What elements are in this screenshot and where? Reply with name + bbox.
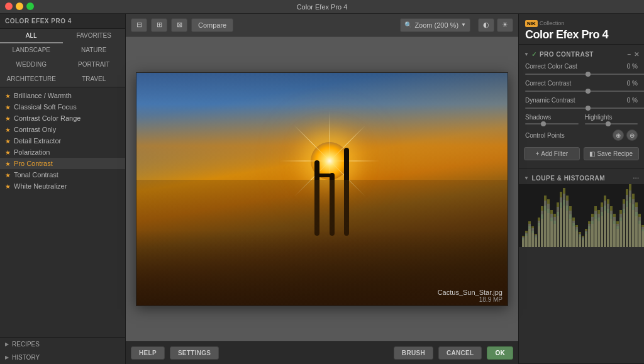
dynamic-contrast-value: 0 % bbox=[622, 97, 638, 104]
brush-button[interactable]: BRUSH bbox=[394, 346, 433, 360]
app-name: Color Efex Pro 4 bbox=[525, 28, 638, 41]
loupe-histogram-label: LOUPE & HISTOGRAM bbox=[531, 175, 605, 182]
star-icon: ★ bbox=[5, 138, 11, 145]
histogram-bar bbox=[525, 231, 528, 247]
filter-polarization[interactable]: ★ Polarization bbox=[0, 146, 125, 158]
filter-brilliance-warmth[interactable]: ★ Brilliance / Warmth bbox=[0, 90, 125, 101]
compare-button[interactable]: Compare bbox=[191, 18, 233, 32]
maximize-button[interactable] bbox=[26, 3, 34, 10]
zoom-icon: 🔍 bbox=[404, 21, 412, 28]
histogram-bar bbox=[626, 189, 628, 247]
highlights-slider[interactable] bbox=[585, 123, 638, 124]
filter-detail-extractor[interactable]: ★ Detail Extractor bbox=[0, 135, 125, 146]
filter-contrast-color-range[interactable]: ★ Contrast Color Range bbox=[0, 113, 125, 124]
histogram-bar bbox=[619, 210, 622, 247]
filter-white-neutralizer[interactable]: ★ White Neutralizer bbox=[0, 180, 125, 192]
star-icon: ★ bbox=[5, 115, 11, 122]
center-area: ⊟ ⊞ ⊠ Compare 🔍 Zoom (200 %) ▼ ◐ ☀ bbox=[126, 14, 518, 364]
cancel-button[interactable]: CANCEL bbox=[438, 346, 482, 360]
help-button[interactable]: HELP bbox=[131, 346, 165, 360]
view-toggle-button[interactable]: ◐ bbox=[478, 18, 494, 32]
correct-color-cast-value: 0 % bbox=[622, 63, 638, 70]
dynamic-contrast-slider[interactable] bbox=[525, 108, 644, 109]
histogram-bar bbox=[563, 188, 565, 247]
star-icon: ★ bbox=[5, 126, 11, 133]
tab-wedding[interactable]: WEDDING bbox=[0, 58, 63, 72]
dynamic-contrast-label: Dynamic Contrast bbox=[525, 97, 622, 104]
histogram-bar bbox=[541, 206, 543, 247]
layout-split-button[interactable]: ⊠ bbox=[171, 18, 187, 32]
left-sidebar: COLOR EFEX PRO 4 ALL FAVORITES LANDSCAPE… bbox=[0, 14, 126, 364]
preview-area: Cactus_Sun_Star.jpg 18.9 MP bbox=[126, 36, 518, 341]
photo-info: Cactus_Sun_Star.jpg 18.9 MP bbox=[438, 289, 502, 303]
close-button[interactable] bbox=[5, 3, 13, 10]
pro-contrast-header[interactable]: ▼ ✓ PRO CONTRAST – ✕ bbox=[519, 48, 644, 60]
correct-contrast-label: Correct Contrast bbox=[525, 80, 622, 87]
panel-toggle-button[interactable]: ⊟ bbox=[131, 18, 147, 32]
histogram-bar bbox=[616, 221, 619, 247]
filter-contrast-only[interactable]: ★ Contrast Only bbox=[0, 124, 125, 135]
app-brand: NIK Collection bbox=[525, 20, 638, 27]
window-controls[interactable] bbox=[5, 3, 34, 10]
loupe-histogram-header[interactable]: ▼ LOUPE & HISTOGRAM ⋯ bbox=[519, 172, 644, 184]
settings-button[interactable]: SETTINGS bbox=[170, 346, 219, 360]
histogram-bar bbox=[557, 202, 559, 247]
collapse-button[interactable]: – bbox=[627, 51, 631, 58]
filter-tonal-contrast[interactable]: ★ Tonal Contrast bbox=[0, 169, 125, 180]
histogram-bar bbox=[528, 221, 531, 247]
filter-pro-contrast[interactable]: ★ Pro Contrast bbox=[0, 158, 125, 169]
histogram-bar bbox=[569, 206, 572, 247]
histogram-bar bbox=[535, 234, 537, 247]
chevron-icon: ▼ bbox=[524, 175, 529, 181]
correct-color-cast-slider[interactable] bbox=[525, 74, 644, 75]
tab-favorites[interactable]: FAVORITES bbox=[63, 29, 126, 43]
loupe-options-button[interactable]: ⋯ bbox=[633, 175, 640, 182]
layout-single-button[interactable]: ⊞ bbox=[151, 18, 167, 32]
histogram-bar bbox=[635, 202, 638, 247]
correct-contrast-slider[interactable] bbox=[525, 91, 644, 92]
minimize-button[interactable] bbox=[16, 3, 23, 10]
histogram-canvas bbox=[519, 184, 644, 247]
pro-contrast-label: PRO CONTRAST bbox=[540, 51, 594, 58]
photo-size: 18.9 MP bbox=[438, 296, 502, 303]
recipes-panel[interactable]: ▶ RECIPES bbox=[0, 338, 125, 351]
highlights-control: Highlights bbox=[585, 114, 638, 124]
add-filter-button[interactable]: + Add Filter bbox=[524, 147, 580, 160]
control-points-row: Control Points ⊕ ⊖ bbox=[519, 127, 644, 143]
control-points-add-positive[interactable]: ⊕ bbox=[613, 130, 624, 141]
action-buttons: + Add Filter ◧ Save Recipe bbox=[519, 143, 644, 164]
history-panel[interactable]: ▶ HISTORY bbox=[0, 351, 125, 364]
ok-button[interactable]: OK bbox=[487, 346, 513, 360]
control-points-add-negative[interactable]: ⊖ bbox=[626, 130, 638, 141]
tab-nature[interactable]: NATURE bbox=[63, 43, 126, 58]
histogram-bar bbox=[531, 226, 534, 247]
histogram-bar bbox=[623, 199, 625, 247]
star-icon: ★ bbox=[5, 104, 11, 111]
dynamic-contrast-row: Dynamic Contrast 0 % bbox=[519, 94, 644, 106]
save-recipe-button[interactable]: ◧ Save Recipe bbox=[584, 147, 640, 160]
section-actions: ⋯ bbox=[633, 175, 640, 182]
save-icon: ◧ bbox=[589, 150, 595, 157]
pro-contrast-section: ▼ ✓ PRO CONTRAST – ✕ Correct Color Cast … bbox=[519, 45, 644, 168]
tab-landscape[interactable]: LANDSCAPE bbox=[0, 43, 63, 58]
histogram-bar bbox=[607, 199, 609, 247]
loupe-histogram-section: ▼ LOUPE & HISTOGRAM ⋯ bbox=[519, 168, 644, 364]
tab-travel[interactable]: TRAVEL bbox=[63, 72, 126, 87]
slider-thumb bbox=[586, 106, 591, 111]
chevron-icon: ▼ bbox=[524, 52, 529, 57]
zoom-control[interactable]: 🔍 Zoom (200 %) ▼ bbox=[400, 18, 470, 32]
plus-icon: + bbox=[535, 150, 539, 157]
slider-thumb bbox=[541, 121, 546, 126]
close-button[interactable]: ✕ bbox=[634, 51, 640, 58]
histogram-bar bbox=[575, 225, 578, 247]
brightness-button[interactable]: ☀ bbox=[497, 18, 513, 32]
shadows-slider[interactable] bbox=[525, 123, 579, 124]
nik-badge: NIK bbox=[525, 20, 538, 27]
chevron-down-icon: ▼ bbox=[461, 22, 466, 28]
tab-portrait[interactable]: PORTRAIT bbox=[63, 58, 126, 72]
tab-all[interactable]: ALL bbox=[0, 29, 63, 43]
filter-classical-soft-focus[interactable]: ★ Classical Soft Focus bbox=[0, 101, 125, 113]
histogram-bar bbox=[613, 214, 616, 247]
histogram-bar bbox=[588, 221, 591, 247]
tab-architecture[interactable]: ARCHITECTURE bbox=[0, 72, 63, 87]
